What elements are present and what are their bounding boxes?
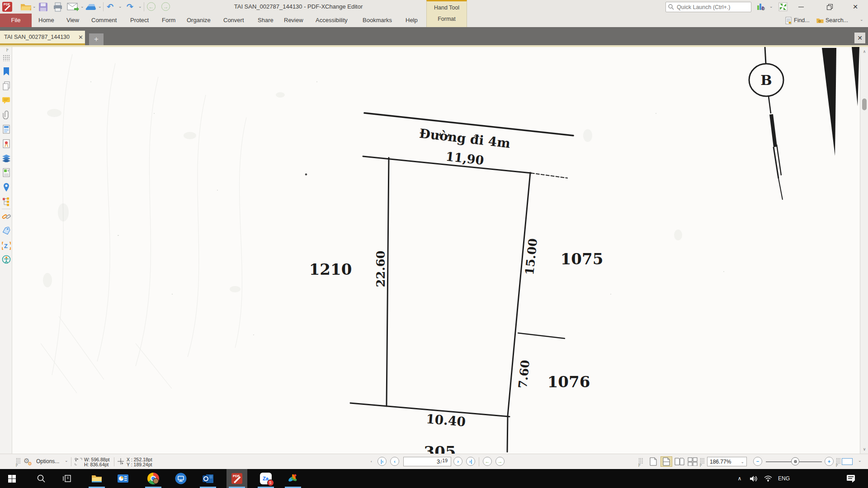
back-button[interactable]: ← <box>147 2 156 11</box>
options-button[interactable]: Options... <box>36 458 59 465</box>
redo-dropdown-icon[interactable]: ⌄ <box>138 5 142 9</box>
close-button[interactable]: × <box>846 0 864 14</box>
two-page-layout-button[interactable] <box>674 456 685 467</box>
redo-button[interactable]: ↷ <box>127 1 133 12</box>
volume-button[interactable] <box>746 469 761 488</box>
structure-panel-icon[interactable] <box>1 196 11 207</box>
tab-close-icon[interactable]: ✕ <box>78 34 83 41</box>
tray-hidden-icons-button[interactable]: ∧ <box>732 469 747 488</box>
thumbnails-panel-icon[interactable] <box>1 52 11 63</box>
language-indicator[interactable]: ENG <box>775 469 793 488</box>
next-view-button[interactable]: → <box>495 457 505 466</box>
fit-dropdown-icon[interactable]: ⌄ <box>858 458 862 463</box>
layers-panel-icon[interactable] <box>1 153 11 164</box>
fields-panel-icon[interactable]: T <box>1 167 11 178</box>
zoom-level-dropdown[interactable]: 186.77% ⌄ <box>707 457 747 466</box>
options-dropdown-icon[interactable]: ⌄ <box>65 458 68 463</box>
menu-review[interactable]: Review <box>284 14 303 27</box>
action-center-button[interactable] <box>842 469 860 488</box>
scrollbar-thumb[interactable] <box>862 99 867 110</box>
unikey-app-button[interactable] <box>283 469 303 488</box>
document-tab[interactable]: TAI SAN_002787_144130 ✕ <box>0 31 85 45</box>
pdf-xchange-taskbar-button[interactable]: PDF <box>226 469 247 488</box>
multi-page-layout-button[interactable] <box>687 456 698 467</box>
signatures-panel-icon[interactable] <box>1 138 11 149</box>
taskbar-search-button[interactable] <box>31 469 52 488</box>
menu-share[interactable]: Share <box>258 14 274 27</box>
pages-panel-icon[interactable] <box>1 80 11 91</box>
remote-app-button[interactable] <box>170 469 191 488</box>
menu-convert[interactable]: Convert <box>223 14 244 27</box>
previous-page-button[interactable]: ‹ <box>390 457 399 466</box>
open-dropdown-icon[interactable]: ⌄ <box>33 5 36 9</box>
zoom-slider-thumb[interactable] <box>791 457 799 465</box>
minimize-button[interactable] <box>792 0 810 14</box>
scan-button[interactable] <box>85 1 97 12</box>
destinations-panel-icon[interactable] <box>1 182 11 192</box>
menu-home[interactable]: Home <box>38 14 54 27</box>
menu-bookmarks[interactable]: Bookmarks <box>363 14 392 27</box>
undo-button[interactable]: ↶ <box>107 1 113 12</box>
toolbar-more-icon[interactable]: ⌄ <box>860 18 863 22</box>
find-button[interactable]: Find... <box>785 14 810 27</box>
save-button[interactable] <box>38 1 48 12</box>
comments-panel-icon[interactable] <box>1 95 11 106</box>
bookmarks-panel-icon[interactable] <box>1 66 11 77</box>
menu-comment[interactable]: Comment <box>91 14 117 27</box>
links-panel-icon[interactable] <box>1 211 11 222</box>
chrome-button[interactable] <box>143 469 164 488</box>
outlook-button[interactable] <box>198 469 218 488</box>
first-page-button[interactable]: |‹ <box>377 457 387 466</box>
restore-button[interactable] <box>821 0 839 14</box>
next-page-button[interactable]: › <box>453 457 462 466</box>
layout-collapse-icon[interactable]: |‹ <box>638 463 641 467</box>
document-page[interactable]: Đường đi 4m 11,90 22.60 1210 15.00 1075 … <box>12 47 860 454</box>
zoom-in-button[interactable]: + <box>825 457 834 466</box>
ui-options-button[interactable]: ⚙ <box>757 1 766 12</box>
print-button[interactable] <box>53 1 63 12</box>
panel-collapse-icon[interactable]: |‹ <box>6 48 9 52</box>
fit-collapse-icon[interactable]: |‹ <box>836 463 838 467</box>
scroll-up-icon[interactable]: ∧ <box>860 48 868 55</box>
zalo-button[interactable]: Za 5 <box>255 469 276 488</box>
scan-dropdown-icon[interactable]: ⌄ <box>98 5 102 9</box>
statusbar-collapse-icon[interactable]: |‹ <box>16 463 18 467</box>
email-button[interactable] <box>67 1 79 12</box>
vertical-scrollbar[interactable]: ∧ ∨ <box>860 47 868 454</box>
page-number-box[interactable]: 3 / 19 <box>403 457 451 466</box>
menu-help[interactable]: Help <box>406 14 418 27</box>
menu-accessibility[interactable]: Accessibility <box>316 14 348 27</box>
menu-form[interactable]: Form <box>162 14 175 27</box>
form-fields-panel-icon[interactable]: Z <box>1 240 11 251</box>
quick-launch-input[interactable] <box>665 2 751 12</box>
presentation-app-button[interactable] <box>113 469 133 488</box>
ui-options-dropdown-icon[interactable]: ⌄ <box>769 5 773 9</box>
named-tags-panel-icon[interactable] <box>1 225 11 236</box>
email-dropdown-icon[interactable]: ⌄ <box>80 5 84 9</box>
forward-button[interactable]: → <box>161 2 170 11</box>
file-explorer-button[interactable] <box>86 469 107 488</box>
new-tab-button[interactable]: + <box>89 33 104 45</box>
content-panel-icon[interactable] <box>1 124 11 135</box>
zoom-out-button[interactable]: − <box>753 457 762 466</box>
scroll-down-icon[interactable]: ∨ <box>860 446 868 453</box>
continuous-layout-button[interactable] <box>660 456 672 467</box>
pagenav-collapse-icon[interactable]: ‹ <box>371 460 372 464</box>
menu-view[interactable]: View <box>66 14 79 27</box>
fit-width-button[interactable] <box>842 458 853 465</box>
menu-organize[interactable]: Organize <box>187 14 211 27</box>
tabbar-close-button[interactable]: ✕ <box>854 33 865 43</box>
undo-dropdown-icon[interactable]: ⌄ <box>118 5 122 9</box>
start-button[interactable] <box>1 469 22 488</box>
attachments-panel-icon[interactable] <box>1 109 11 120</box>
previous-view-button[interactable]: ← <box>483 457 492 466</box>
network-button[interactable] <box>760 469 776 488</box>
zoom-collapse-icon[interactable]: |‹ <box>700 463 702 467</box>
menu-protect[interactable]: Protect <box>130 14 149 27</box>
accessibility-panel-icon[interactable] <box>1 254 11 265</box>
open-button[interactable] <box>20 1 32 12</box>
task-view-button[interactable] <box>57 469 77 488</box>
format-menu[interactable]: Format <box>427 16 467 22</box>
session-button[interactable] <box>778 1 788 12</box>
menu-file[interactable]: File <box>0 14 32 27</box>
